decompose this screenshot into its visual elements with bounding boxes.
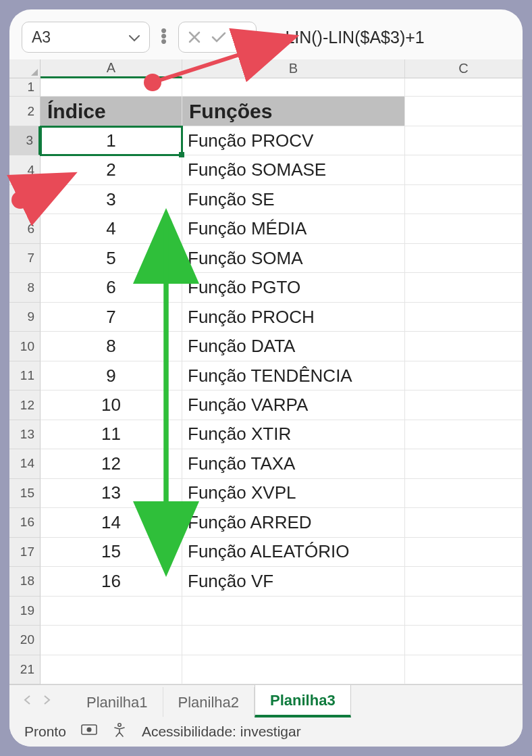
cell-C[interactable] bbox=[405, 332, 523, 361]
cell-A[interactable]: 12 bbox=[41, 449, 182, 478]
cell-B[interactable] bbox=[182, 626, 405, 655]
cell-A[interactable]: 11 bbox=[41, 420, 182, 449]
cell-B[interactable]: Função XTIR bbox=[182, 420, 405, 449]
cell-A[interactable]: 9 bbox=[41, 361, 182, 390]
formula-input[interactable]: =LIN()-LIN($A$3)+1 bbox=[266, 28, 510, 47]
col-header-A[interactable]: A bbox=[41, 59, 182, 78]
cell-B[interactable] bbox=[182, 78, 405, 97]
cell-B[interactable]: Função TENDÊNCIA bbox=[182, 361, 405, 390]
row-header[interactable]: 8 bbox=[9, 273, 41, 302]
cell-A[interactable]: 10 bbox=[41, 390, 182, 420]
cell-A[interactable] bbox=[41, 655, 182, 684]
cell-B[interactable]: Função PROCH bbox=[182, 303, 405, 332]
cell-B[interactable]: Função PROCV bbox=[182, 126, 405, 155]
cell-A[interactable] bbox=[41, 597, 182, 626]
row-header[interactable]: 5 bbox=[9, 185, 41, 214]
cell-B[interactable]: Função SE bbox=[182, 185, 405, 214]
row-header[interactable]: 4 bbox=[9, 155, 41, 184]
cell-A[interactable]: 5 bbox=[41, 244, 182, 273]
cell-C[interactable] bbox=[405, 214, 523, 243]
macro-record-icon[interactable] bbox=[81, 723, 97, 740]
chevron-down-icon[interactable] bbox=[125, 30, 144, 45]
cell-B[interactable]: Função TAXA bbox=[182, 449, 405, 478]
cell-C[interactable] bbox=[405, 303, 523, 332]
cell-B[interactable] bbox=[182, 597, 405, 626]
cell-B[interactable] bbox=[182, 655, 405, 684]
cell-A[interactable]: 13 bbox=[41, 479, 182, 508]
row-header[interactable]: 9 bbox=[9, 303, 41, 332]
row-header[interactable]: 21 bbox=[9, 655, 41, 684]
cell-B[interactable]: Função ARRED bbox=[182, 508, 405, 537]
cell-C[interactable] bbox=[405, 479, 523, 508]
row-header[interactable]: 20 bbox=[9, 626, 41, 655]
cell-A[interactable]: 14 bbox=[41, 508, 182, 537]
cell-A[interactable]: 7 bbox=[41, 303, 182, 332]
row-header[interactable]: 16 bbox=[9, 508, 41, 537]
cell-A[interactable]: 16 bbox=[41, 567, 182, 596]
row-header[interactable]: 14 bbox=[9, 449, 41, 478]
cell-C[interactable] bbox=[405, 78, 523, 97]
sheet-next-icon[interactable] bbox=[43, 693, 51, 709]
row-header[interactable]: 17 bbox=[9, 538, 41, 567]
cell-C[interactable] bbox=[405, 597, 523, 626]
row-header[interactable]: 7 bbox=[9, 244, 41, 273]
cell-A[interactable]: 3 bbox=[41, 185, 182, 214]
cell-B[interactable]: Função MÉDIA bbox=[182, 214, 405, 243]
cell-B[interactable]: Função ALEATÓRIO bbox=[182, 538, 405, 567]
cell-C[interactable] bbox=[405, 508, 523, 537]
select-all-corner[interactable] bbox=[9, 59, 41, 78]
cell-C[interactable] bbox=[405, 390, 523, 420]
cell-C[interactable] bbox=[405, 420, 523, 449]
row-header[interactable]: 15 bbox=[9, 479, 41, 508]
accessibility-icon[interactable] bbox=[112, 722, 127, 741]
cell-C[interactable] bbox=[405, 538, 523, 567]
sheet-tab[interactable]: Planilha3 bbox=[255, 684, 351, 717]
cell-C[interactable] bbox=[405, 449, 523, 478]
cell-C[interactable] bbox=[405, 126, 523, 155]
cell-C[interactable] bbox=[405, 97, 523, 126]
sheet-tab[interactable]: Planilha1 bbox=[72, 687, 163, 717]
row-header[interactable]: 6 bbox=[9, 214, 41, 243]
row-header[interactable]: 10 bbox=[9, 332, 41, 361]
cell-B[interactable]: Função XVPL bbox=[182, 479, 405, 508]
cancel-icon[interactable] bbox=[188, 31, 201, 43]
cell-C[interactable] bbox=[405, 273, 523, 302]
cell-C[interactable] bbox=[405, 626, 523, 655]
row-header[interactable]: 18 bbox=[9, 567, 41, 596]
cell-B[interactable]: Função SOMASE bbox=[182, 155, 405, 184]
name-box-input[interactable] bbox=[32, 28, 99, 47]
col-header-C[interactable]: C bbox=[405, 59, 523, 78]
row-header[interactable]: 13 bbox=[9, 420, 41, 449]
cell-C[interactable] bbox=[405, 567, 523, 596]
cell-A[interactable]: 1 bbox=[41, 126, 182, 155]
cell-C[interactable] bbox=[405, 244, 523, 273]
header-cell-indice[interactable]: Índice bbox=[41, 97, 182, 126]
cell-C[interactable] bbox=[405, 155, 523, 184]
cell-A[interactable] bbox=[41, 626, 182, 655]
row-header[interactable]: 19 bbox=[9, 597, 41, 626]
cell-A[interactable] bbox=[41, 78, 182, 97]
cell-B[interactable]: Função VF bbox=[182, 567, 405, 596]
vertical-dots-icon[interactable]: ••• bbox=[159, 28, 169, 47]
cell-B[interactable]: Função VARPA bbox=[182, 390, 405, 420]
cell-A[interactable]: 15 bbox=[41, 538, 182, 567]
cell-B[interactable]: Função DATA bbox=[182, 332, 405, 361]
fx-icon[interactable]: fx bbox=[237, 27, 246, 48]
row-header[interactable]: 3 bbox=[9, 126, 41, 155]
sheet-tab[interactable]: Planilha2 bbox=[163, 687, 255, 717]
cell-C[interactable] bbox=[405, 655, 523, 684]
row-header[interactable]: 1 bbox=[9, 78, 41, 97]
sheet-prev-icon[interactable] bbox=[23, 693, 31, 709]
cell-A[interactable]: 8 bbox=[41, 332, 182, 361]
row-header[interactable]: 2 bbox=[9, 97, 41, 126]
cell-B[interactable]: Função SOMA bbox=[182, 244, 405, 273]
confirm-icon[interactable] bbox=[211, 31, 226, 43]
cell-C[interactable] bbox=[405, 185, 523, 214]
cell-A[interactable]: 6 bbox=[41, 273, 182, 302]
row-header[interactable]: 11 bbox=[9, 361, 41, 390]
name-box[interactable] bbox=[22, 22, 150, 53]
cell-C[interactable] bbox=[405, 361, 523, 390]
cell-A[interactable]: 2 bbox=[41, 155, 182, 184]
row-header[interactable]: 12 bbox=[9, 390, 41, 420]
col-header-B[interactable]: B bbox=[182, 59, 405, 78]
